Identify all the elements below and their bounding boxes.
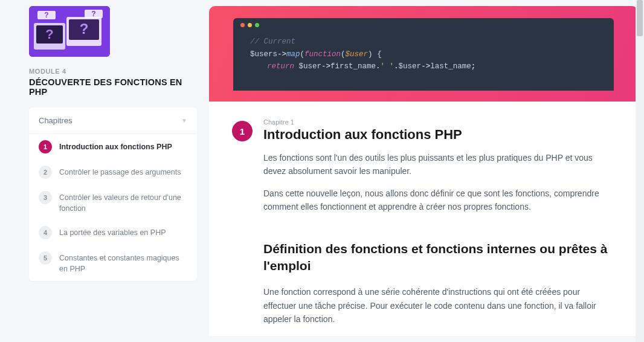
chapter-item[interactable]: 4La portée des variables en PHP [29, 220, 197, 245]
chapters-toggle[interactable]: Chapitres ▼ [29, 108, 197, 134]
svg-text:?: ? [44, 11, 48, 19]
chapter-label: Contrôler les valeurs de retour d'une fo… [59, 191, 187, 214]
chapter-item[interactable]: 2Contrôler le passage des arguments [29, 160, 197, 185]
intro-paragraph-2: Dans cette nouvelle leçon, nous allons d… [263, 187, 609, 214]
chapter-bullet: 4 [39, 226, 52, 239]
scrollbar-thumb[interactable] [637, 0, 643, 36]
chapter-title: Introduction aux fonctions PHP [263, 127, 609, 143]
chapter-label: Constantes et constantes magiques en PHP [59, 251, 187, 274]
code-body: // Current $users->map(function($user) {… [233, 31, 614, 73]
chevron-down-icon: ▼ [181, 117, 187, 124]
code-banner: // Current $users->map(function($user) {… [209, 6, 638, 102]
section-paragraph-2: Nous avons déjà croisé des fonctions dan… [263, 334, 609, 336]
maximize-dot-icon [255, 23, 259, 27]
chapters-card: Chapitres ▼ 1Introduction aux fonctions … [29, 108, 197, 281]
chapter-item[interactable]: 1Introduction aux fonctions PHP [29, 134, 197, 160]
chapter-number-badge: 1 [232, 121, 253, 141]
chapter-bullet: 1 [39, 140, 52, 153]
close-dot-icon [240, 23, 245, 27]
chapter-label: Contrôler le passage des arguments [59, 166, 181, 178]
chapter-bullet: 2 [39, 166, 52, 179]
minimize-dot-icon [248, 23, 252, 27]
svg-text:?: ? [91, 10, 95, 18]
chapters-header-label: Chapitres [39, 116, 72, 125]
section-paragraph-1: Une fonction correspond à une série cohé… [263, 285, 609, 326]
chapter-item[interactable]: 3Contrôler les valeurs de retour d'une f… [29, 185, 197, 220]
module-thumbnail: ? ? ? ? [29, 6, 110, 57]
svg-text:?: ? [45, 27, 53, 42]
module-title: DÉCOUVERTE DES FONCTIONS EN PHP [29, 77, 197, 97]
chapter-label: Introduction aux fonctions PHP [59, 140, 172, 152]
module-label: MODULE 4 [29, 68, 197, 75]
code-window: // Current $users->map(function($user) {… [233, 18, 614, 91]
intro-paragraph-1: Les fonctions sont l'un des outils les p… [263, 151, 609, 178]
chapter-label: La portée des variables en PHP [59, 226, 166, 238]
vertical-scrollbar[interactable] [636, 0, 644, 342]
article: 1 Chapitre 1 Introduction aux fonctions … [209, 102, 638, 336]
chapter-item[interactable]: 5Constantes et constantes magiques en PH… [29, 245, 197, 280]
chapter-eyebrow: Chapitre 1 [263, 118, 609, 126]
chapter-bullet: 5 [39, 251, 52, 265]
sidebar: ? ? ? ? MODULE 4 DÉCOUVERTE DES FONCTION… [29, 6, 197, 336]
svg-text:?: ? [80, 21, 89, 37]
chapters-list: 1Introduction aux fonctions PHP2Contrôle… [29, 134, 197, 281]
section-title: Définition des fonctions et fonctions in… [263, 240, 609, 275]
code-comment: // Current [250, 37, 295, 46]
main-content: // Current $users->map(function($user) {… [209, 6, 638, 336]
window-controls [233, 23, 614, 31]
chapter-bullet: 3 [39, 191, 52, 204]
